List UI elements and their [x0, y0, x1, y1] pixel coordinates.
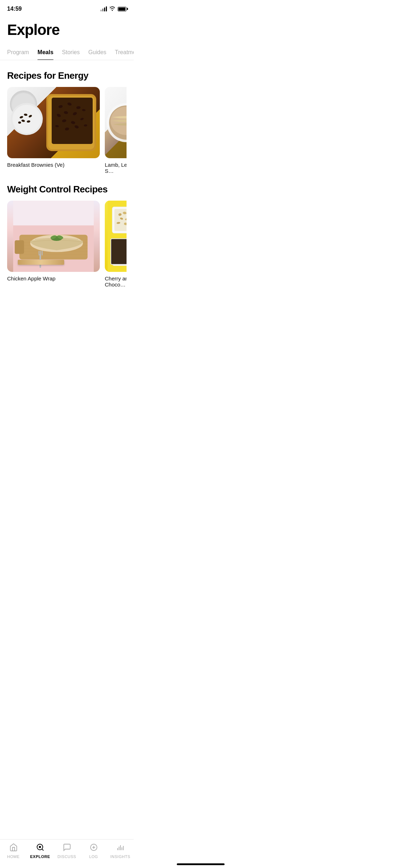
card-breakfast-brownies[interactable]: Breakfast Brownies (Ve)	[7, 87, 100, 174]
energy-section: Recipes for Energy	[7, 70, 127, 174]
page-title: Explore	[0, 16, 134, 46]
svg-rect-41	[40, 251, 41, 255]
wifi-icon	[109, 6, 115, 12]
status-icons	[101, 6, 127, 12]
weight-cards-row: Chicken Apple Wrap	[7, 201, 127, 288]
tab-meals[interactable]: Meals	[37, 46, 53, 60]
card-chicken-wrap[interactable]: Chicken Apple Wrap	[7, 201, 100, 288]
card-lamb[interactable]: Lamb, Lentil and S…	[105, 87, 127, 174]
svg-rect-40	[38, 251, 40, 255]
svg-rect-55	[112, 239, 127, 266]
brownie-image	[7, 87, 100, 158]
wrap-label: Chicken Apple Wrap	[7, 275, 100, 281]
status-bar: 14:59	[0, 0, 134, 16]
tab-program[interactable]: Program	[7, 46, 29, 60]
svg-rect-10	[52, 98, 93, 144]
lamb-image	[105, 87, 127, 158]
svg-rect-34	[15, 240, 24, 254]
lamb-label: Lamb, Lentil and S…	[105, 162, 127, 174]
battery-icon	[118, 7, 127, 11]
tab-navigation: Program Meals Stories Guides Treatments	[0, 46, 134, 60]
card-cherry[interactable]: Cherry and Choco…	[105, 201, 127, 288]
main-content: Recipes for Energy	[0, 60, 134, 323]
svg-point-1	[12, 105, 41, 133]
signal-icon	[101, 6, 107, 11]
cherry-image	[105, 201, 127, 272]
brownie-label: Breakfast Brownies (Ve)	[7, 162, 100, 168]
weight-section-title: Weight Control Recipes	[7, 184, 127, 195]
energy-cards-row: Breakfast Brownies (Ve)	[7, 87, 127, 174]
tab-stories[interactable]: Stories	[62, 46, 80, 60]
weight-control-section: Weight Control Recipes	[7, 184, 127, 288]
tab-guides[interactable]: Guides	[88, 46, 107, 60]
status-time: 14:59	[7, 6, 22, 12]
svg-rect-39	[40, 254, 41, 268]
tab-treatments[interactable]: Treatments	[115, 46, 134, 60]
energy-section-title: Recipes for Energy	[7, 70, 127, 81]
svg-rect-56	[114, 242, 127, 264]
svg-rect-42	[42, 251, 43, 255]
cherry-label: Cherry and Choco…	[105, 275, 127, 288]
wrap-image	[7, 201, 100, 272]
